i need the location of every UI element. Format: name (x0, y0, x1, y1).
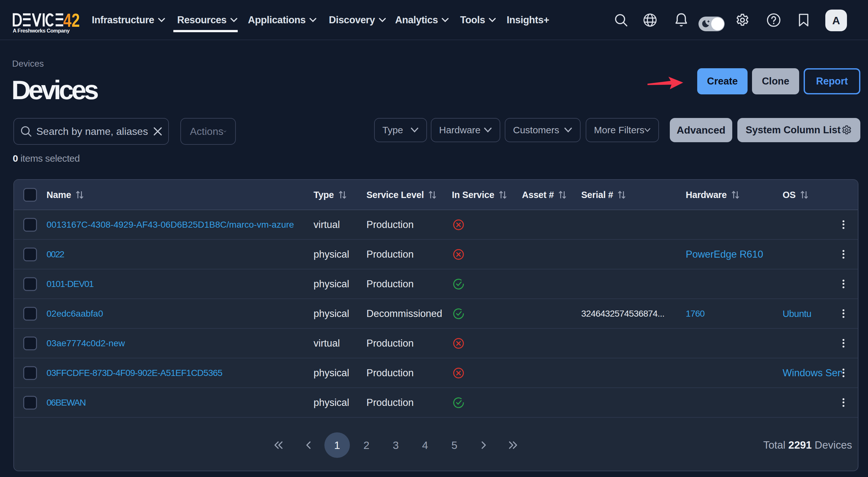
svg-text:42: 42 (63, 13, 80, 27)
